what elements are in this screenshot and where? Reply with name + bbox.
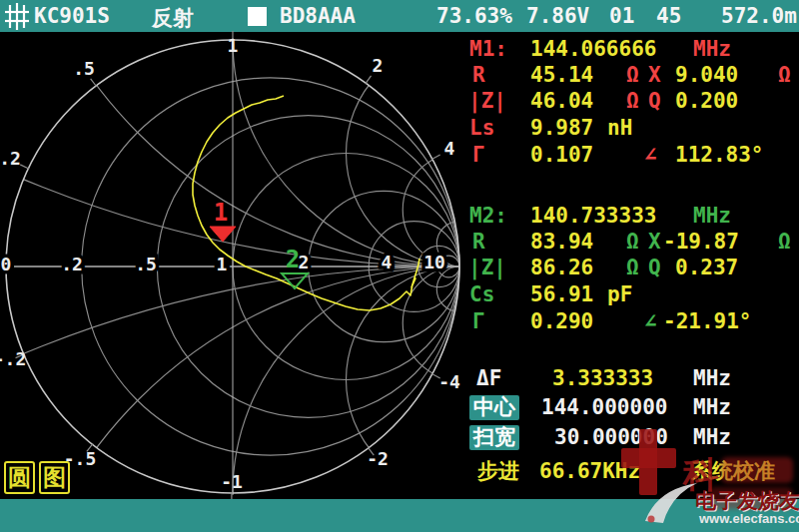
svg-text:4: 4 bbox=[382, 252, 393, 272]
svg-text:-.2: -.2 bbox=[0, 348, 26, 369]
svg-text:4: 4 bbox=[444, 138, 455, 159]
chart-type-char-1: 圆 bbox=[4, 461, 35, 494]
svg-text:1: 1 bbox=[214, 199, 228, 227]
center-freq-field[interactable]: 中心 bbox=[469, 395, 519, 420]
svg-text:-4: -4 bbox=[438, 371, 460, 392]
chart-type-char-2: 图 bbox=[39, 461, 70, 494]
svg-text:1: 1 bbox=[228, 35, 239, 56]
svg-text:-2: -2 bbox=[367, 448, 389, 469]
span-field[interactable]: 扫宽 bbox=[469, 425, 519, 450]
svg-text:-1: -1 bbox=[221, 471, 243, 492]
svg-text:0: 0 bbox=[1, 254, 12, 274]
smith-axis-labels: 0.2.512410 bbox=[1, 252, 445, 274]
svg-text:10: 10 bbox=[423, 252, 445, 272]
svg-text:1: 1 bbox=[217, 254, 228, 274]
svg-text:2: 2 bbox=[373, 55, 384, 76]
svg-text:.2: .2 bbox=[61, 254, 83, 274]
chart-type-label: 圆 图 bbox=[4, 461, 70, 494]
smith-chart: .2.5124-4-2-1-.5-.20.2.51241012 bbox=[0, 0, 799, 532]
svg-text:.5: .5 bbox=[73, 58, 95, 79]
svg-text:.2: .2 bbox=[0, 148, 21, 169]
softkey-bar: 曲线保持 阻抗/导纳 显示模式 重新校准 校准选择 bbox=[0, 499, 799, 532]
analyzer-screen: KC901S 反射 BD8AAA 73.63% 7.86V 01 45 572.… bbox=[0, 0, 799, 532]
svg-text:.5: .5 bbox=[135, 254, 157, 274]
svg-text:2: 2 bbox=[286, 246, 300, 273]
